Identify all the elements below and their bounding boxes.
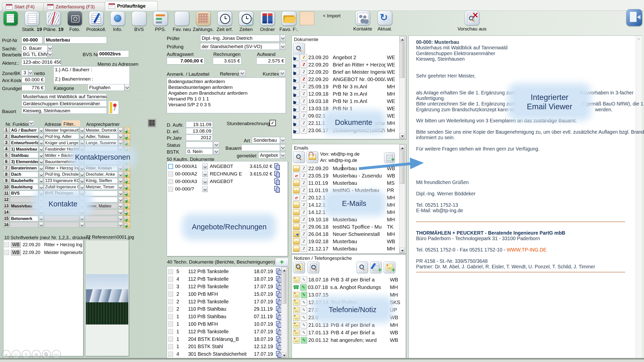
d-auftr-field[interactable]: 19.11.09 bbox=[186, 121, 213, 128]
dokument-row[interactable]: 22.09.20 Brief an Meister Ingenie WE bbox=[292, 68, 399, 76]
partner-dropdown[interactable] bbox=[118, 184, 123, 190]
funktion-cell[interactable]: Dach bbox=[10, 172, 38, 177]
scroll-thumb[interactable] bbox=[400, 42, 404, 78]
contact-doc-icon[interactable] bbox=[123, 133, 130, 140]
partner-dropdown[interactable] bbox=[118, 222, 123, 228]
row-checkbox[interactable] bbox=[168, 292, 173, 297]
scroll-down-icon[interactable] bbox=[399, 133, 405, 138]
telefon-search-button[interactable] bbox=[356, 262, 368, 273]
toolbar-button[interactable]: Zahlungs. bbox=[194, 11, 212, 32]
row-number[interactable]: 15 bbox=[3, 216, 9, 221]
contact-doc-icon[interactable] bbox=[123, 209, 130, 215]
email-row[interactable]: 29.06.18 testING Tpoffice - Mu TK bbox=[292, 223, 399, 230]
z-doc-icon[interactable] bbox=[301, 224, 307, 230]
aktenz-field[interactable]: 123-abc-2016 456 bbox=[21, 59, 61, 65]
techn-row[interactable]: 1 112 PrB Tankstelle 17.07.19 bbox=[168, 328, 281, 335]
edit-pencil-icon[interactable] bbox=[301, 307, 307, 313]
email-search-button[interactable] bbox=[293, 151, 305, 163]
partner-dropdown[interactable] bbox=[118, 165, 123, 171]
funktion-cell[interactable]: Stahlbau bbox=[10, 153, 38, 158]
art-field[interactable]: Sonderbau bbox=[252, 137, 280, 143]
gemeldet-field[interactable]: Angebot bbox=[258, 152, 280, 159]
email-attachment-button[interactable] bbox=[307, 151, 318, 163]
schriftverkehr-row[interactable]: WB 22.09.20 Meister Ingenieurbüro GmbH bbox=[4, 249, 82, 256]
notiz-row[interactable]: 12.12.14 Test Prüfen SKS bbox=[292, 299, 402, 306]
partner-cell[interactable]: Sieler, Matteo bbox=[85, 203, 118, 209]
art-dropdown[interactable] bbox=[280, 137, 286, 143]
word-doc-icon[interactable] bbox=[293, 120, 299, 126]
funktion-dropdown[interactable] bbox=[39, 140, 43, 146]
adresse-cell[interactable]: Prüf-Ing. Drechsler Gr bbox=[44, 172, 79, 177]
z-doc-icon[interactable] bbox=[301, 194, 307, 201]
anmerk-textarea[interactable]: Bodengutachten anfordernBestandsunterlag… bbox=[167, 78, 286, 113]
toolbar-button[interactable]: Favo. F:. bbox=[280, 11, 298, 32]
row-number[interactable]: 3 bbox=[3, 140, 9, 146]
funktion-dropdown[interactable] bbox=[39, 209, 43, 215]
dokument-row[interactable]: 22.11.1 arku MH bbox=[292, 119, 399, 127]
adresse-dropdown[interactable] bbox=[80, 172, 84, 177]
adresse-cell[interactable]: Fassbinder Hochbau bbox=[44, 146, 79, 152]
kaufm-row[interactable]: 00-000/A1 ANGEBOT 3.615,02 € bbox=[168, 163, 286, 169]
edit-pencil-icon[interactable] bbox=[301, 292, 307, 298]
mail-icon[interactable] bbox=[293, 209, 299, 215]
adresse-cell[interactable] bbox=[44, 203, 79, 209]
funktion-dropdown[interactable] bbox=[39, 146, 43, 152]
note-type-icon[interactable] bbox=[293, 292, 299, 298]
scroll-down-icon[interactable] bbox=[281, 352, 287, 358]
funktion-dropdown[interactable] bbox=[39, 191, 43, 196]
row-number[interactable]: 5 bbox=[3, 153, 9, 158]
bstk-field[interactable]: 0. Nein bbox=[186, 148, 213, 155]
adresse-dropdown[interactable] bbox=[80, 153, 84, 158]
pruefung-dropdown[interactable] bbox=[280, 43, 286, 50]
z-doc-icon[interactable] bbox=[301, 180, 307, 186]
projekt-name-field[interactable]: Musterbau bbox=[44, 37, 107, 44]
contact-doc-icon[interactable] bbox=[123, 140, 130, 146]
row-checkbox[interactable] bbox=[168, 299, 173, 304]
dokument-row[interactable]: 22.09.20 ANGEBOT Nr. 00-000/A WE bbox=[292, 76, 399, 83]
bvs-nr-field[interactable]: 00002bvs bbox=[98, 50, 129, 57]
partner-dropdown[interactable] bbox=[118, 172, 123, 177]
copy-icon[interactable] bbox=[276, 291, 281, 297]
kaufm-row[interactable]: 00-000/? bbox=[168, 186, 286, 192]
adresse-cell[interactable] bbox=[44, 216, 79, 221]
adresse-dropdown[interactable] bbox=[80, 209, 84, 215]
adresse-cell[interactable]: Ritter + Herzog Ingeni bbox=[44, 165, 79, 171]
row-number[interactable]: 6 bbox=[3, 159, 9, 164]
partner-dropdown[interactable] bbox=[118, 203, 123, 209]
partner-dropdown[interactable] bbox=[118, 197, 123, 202]
partner-cell[interactable] bbox=[85, 209, 118, 215]
funktion-dropdown[interactable] bbox=[39, 134, 43, 139]
funktion-cell[interactable] bbox=[10, 209, 38, 215]
word-doc-icon[interactable] bbox=[293, 98, 299, 104]
copy-icon[interactable] bbox=[274, 171, 279, 177]
z-doc-icon[interactable] bbox=[301, 105, 307, 112]
dokumente-search-button[interactable] bbox=[293, 43, 305, 54]
partner-dropdown[interactable] bbox=[118, 191, 123, 196]
email-row[interactable]: 20.12.1 MH bbox=[292, 194, 399, 201]
kaufm-row[interactable]: 00-000/A3 ANGEBOT bbox=[168, 178, 286, 185]
z-doc-icon[interactable] bbox=[301, 202, 307, 208]
mail-icon[interactable] bbox=[293, 165, 299, 171]
emails-scrollbar[interactable] bbox=[399, 144, 405, 253]
toolbar-button[interactable]: Pläne. 19 bbox=[44, 11, 62, 32]
copy-icon[interactable] bbox=[276, 314, 281, 319]
contact-doc-icon[interactable] bbox=[123, 184, 130, 190]
email-row[interactable]: 11.01.19 Musterbau MS bbox=[292, 179, 399, 187]
techn-row[interactable]: 2 100 PrB MFH 15.07.19 bbox=[168, 290, 281, 298]
row-number[interactable]: 13 bbox=[3, 203, 9, 209]
pruefer-select[interactable]: Dipl.-Ing. Jonas Dietrich bbox=[200, 35, 280, 42]
row-checkbox[interactable] bbox=[168, 314, 173, 319]
contact-row[interactable]: 7 Beraterinnen Ritter + Herzog Ingeni Ri… bbox=[3, 165, 134, 171]
partner-cell[interactable] bbox=[85, 197, 118, 202]
contact-row[interactable]: 5 Stahlbau Möller + Bäcker Gmb bbox=[3, 153, 134, 158]
d-erl-field[interactable]: 13.08.09 bbox=[186, 128, 213, 134]
scroll-up-icon[interactable]: ⌃ bbox=[636, 38, 642, 43]
techn-row[interactable]: 4 112 PrB Tankstelle 18.07.19 bbox=[168, 275, 281, 283]
funktion-cell[interactable]: Entwurfsverfasse bbox=[10, 140, 38, 146]
contact-row[interactable]: 4 1) Massivbau Fassbinder Hochbau bbox=[3, 146, 134, 152]
email-row[interactable]: 26.04.18 Neuer Schweinestall MH bbox=[292, 230, 399, 238]
contact-row[interactable]: 9 Baubehelfe 123 Ingenieure KG König, St… bbox=[3, 178, 134, 184]
notiz-doc-search-button[interactable] bbox=[308, 262, 319, 273]
scroll-up-icon[interactable] bbox=[281, 267, 287, 272]
status-field[interactable] bbox=[186, 141, 213, 148]
